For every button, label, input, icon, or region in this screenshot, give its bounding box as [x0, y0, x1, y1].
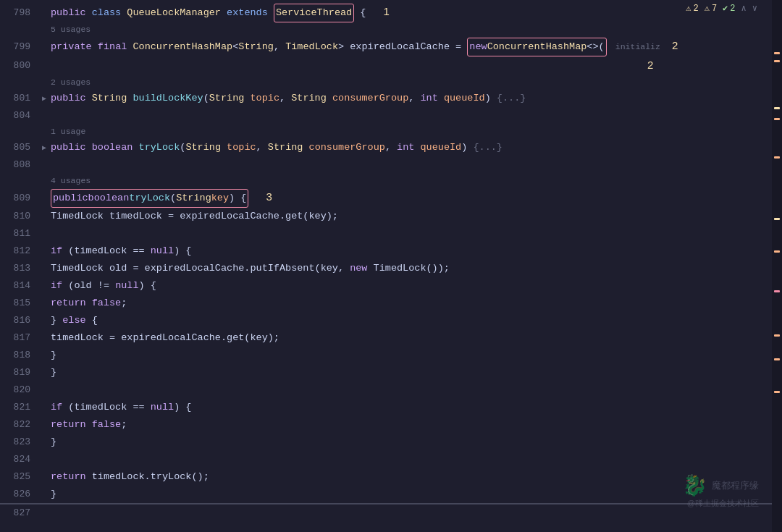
- code-801: public String buildLockKey(String topic,…: [51, 90, 772, 107]
- line-number-799: 799: [0, 38, 38, 56]
- code-row-808: 808: [0, 156, 772, 174]
- code-817: timedLock = expiredLocalCache.get(key);: [51, 329, 772, 347]
- code-row-826: 826 }: [0, 486, 772, 504]
- usage-4-text: 4 usages: [51, 172, 772, 190]
- code-805: public boolean tryLock(String topic, Str…: [51, 139, 772, 156]
- code-lines: 798 public class QueueLockManager extend…: [0, 0, 772, 522]
- code-row-827: 827: [0, 504, 772, 522]
- line-number-812: 812: [0, 242, 38, 260]
- scroll-marker-1: [774, 52, 780, 54]
- code-row-825: 825 return timedLock.tryLock();: [0, 468, 772, 486]
- usage-row-4: 4 usages: [0, 174, 772, 188]
- code-809: public boolean tryLock(String key) { 3: [51, 188, 772, 208]
- line-number-818: 818: [0, 347, 38, 364]
- type-chm: ConcurrentHashMap: [133, 41, 232, 52]
- keyword-public: public: [51, 7, 86, 18]
- code-799: private final ConcurrentHashMap<String, …: [51, 37, 772, 56]
- line-number-820: 820: [0, 381, 38, 399]
- line-number-809: 809: [0, 190, 38, 207]
- var-expiredlocalcache: expiredLocalCache: [350, 41, 450, 52]
- code-row-817: 817 timedLock = expiredLocalCache.get(ke…: [0, 329, 772, 347]
- scrollbar[interactable]: [772, 0, 782, 532]
- editor-container: ⚠ 2 ⚠ 7 ✔ 2 ∧ ∨ 798 public: [0, 0, 782, 532]
- line-number-827: 827: [0, 504, 38, 522]
- line-number-819: 819: [0, 364, 38, 381]
- code-819: }: [51, 364, 772, 381]
- annotation-1: 1: [384, 5, 390, 17]
- kw-private: private: [51, 41, 92, 52]
- code-810: TimedLock timedLock = expiredLocalCache.…: [51, 208, 772, 225]
- annotation-2: 2: [672, 39, 678, 51]
- line-number-815: 815: [0, 295, 38, 312]
- line-number-816: 816: [0, 312, 38, 329]
- code-row-819: 819 }: [0, 364, 772, 381]
- line-number-801: 801: [0, 90, 38, 107]
- line-number-822: 822: [0, 416, 38, 434]
- scroll-marker-5: [774, 156, 780, 159]
- watermark-subtitle: @稀土掘金技术社区: [682, 498, 759, 509]
- gutter-805[interactable]: ▶: [38, 143, 51, 152]
- scroll-marker-3: [774, 107, 780, 109]
- code-816: } else {: [51, 312, 772, 329]
- usage-2-text: 2 usages: [51, 74, 772, 91]
- scroll-marker-2: [774, 60, 780, 62]
- code-812: if (timedLock == null) {: [51, 242, 772, 260]
- line-number-810: 810: [0, 208, 38, 225]
- code-row-812: 812 if (timedLock == null) {: [0, 242, 772, 260]
- code-row-799: 799 private final ConcurrentHashMap<Stri…: [0, 37, 772, 56]
- gutter-801[interactable]: ▶: [38, 94, 51, 103]
- usage-row-2: 2 usages: [0, 75, 772, 90]
- code-row-816: 816 } else {: [0, 312, 772, 329]
- code-798: public class QueueLockManager extends Se…: [51, 3, 772, 22]
- scroll-marker-11: [774, 391, 780, 393]
- brace-open-798: {: [360, 7, 366, 18]
- code-row-811: 811: [0, 225, 772, 242]
- code-row-809: 809 public boolean tryLock(String key) {…: [0, 188, 772, 208]
- usage-5-text: 5 usages: [51, 21, 772, 38]
- class-name-queuelock: QueueLockManager: [127, 7, 221, 18]
- line-number-804: 804: [0, 107, 38, 124]
- watermark: 🐉 魔都程序缘 @稀土掘金技术社区: [682, 473, 759, 509]
- scroll-marker-4: [774, 118, 780, 120]
- highlight-servicethread: ServiceThread: [274, 4, 354, 22]
- usage-5-label: 5 usages: [51, 25, 91, 34]
- usage-1-label: 1 usage: [51, 127, 85, 136]
- code-825: return timedLock.tryLock();: [51, 468, 772, 486]
- line-number-805: 805: [0, 139, 38, 156]
- code-row-801: 801 ▶ public String buildLockKey(String …: [0, 90, 772, 107]
- code-814: if (old != null) {: [51, 277, 772, 295]
- keyword-extends: extends: [227, 7, 268, 18]
- usage-4-label: 4 usages: [51, 176, 91, 185]
- line-number-808: 808: [0, 156, 38, 174]
- code-row-824: 824: [0, 451, 772, 468]
- type-chm2: ConcurrentHashMap: [487, 38, 587, 56]
- scroll-marker-7: [774, 250, 780, 253]
- code-813: TimedLock old = expiredLocalCache.putIfA…: [51, 260, 772, 277]
- line-number-798: 798: [0, 4, 38, 22]
- line-number-826: 826: [0, 486, 38, 503]
- highlight-new-chm: new ConcurrentHashMap<>(: [467, 38, 606, 56]
- code-822: return false;: [51, 416, 772, 434]
- scroll-marker-9: [774, 334, 780, 337]
- code-row-820: 820: [0, 381, 772, 399]
- code-row-810: 810 TimedLock timedLock = expiredLocalCa…: [0, 208, 772, 225]
- code-row-823: 823 }: [0, 434, 772, 451]
- code-815: return false;: [51, 295, 772, 312]
- code-row-813: 813 TimedLock old = expiredLocalCache.pu…: [0, 260, 772, 277]
- usage-row-1: 1 usage: [0, 124, 772, 139]
- code-row-814: 814 if (old != null) {: [0, 277, 772, 295]
- code-row-815: 815 return false;: [0, 295, 772, 312]
- kw-new: new: [469, 38, 487, 56]
- line-number-800: 800: [0, 57, 38, 75]
- line-number-821: 821: [0, 399, 38, 416]
- class-servicethread: ServiceThread: [276, 4, 352, 22]
- line-number-817: 817: [0, 329, 38, 347]
- overflow-initializ: initializ: [615, 42, 660, 51]
- usage-2-label: 2 usages: [51, 77, 91, 87]
- keyword-class: class: [92, 7, 122, 18]
- annotation-2-sub: 2: [644, 59, 653, 71]
- code-row-822: 822 return false;: [0, 416, 772, 434]
- code-800: 2: [51, 56, 772, 75]
- usage-1-text: 1 usage: [51, 123, 772, 140]
- highlight-trylock-method: public boolean tryLock(String key) {: [51, 189, 248, 208]
